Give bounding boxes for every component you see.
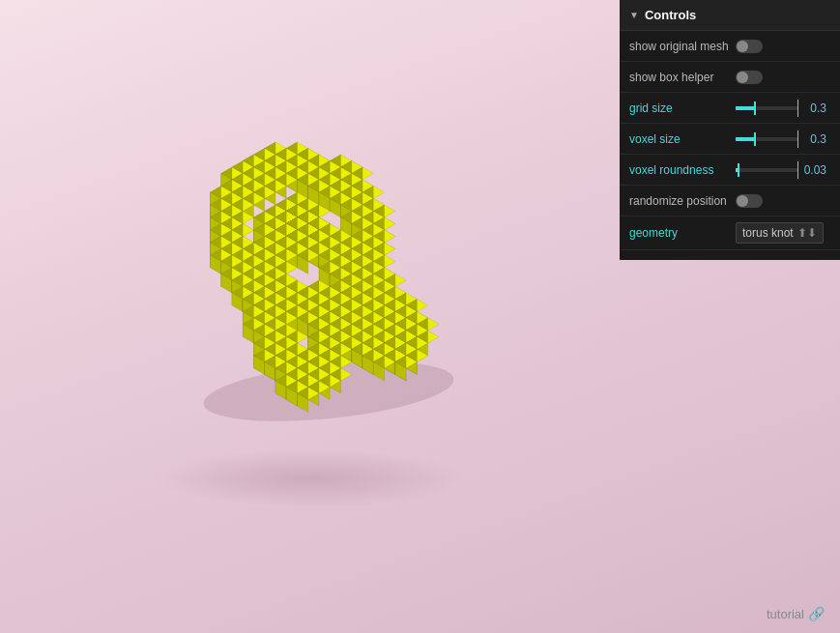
geometry-value: torus knot: [742, 226, 794, 240]
show-original-mesh-row: show original mesh: [620, 31, 840, 62]
tutorial-link[interactable]: tutorial 🔗: [767, 606, 825, 621]
voxel-size-value: 0.3: [797, 130, 830, 148]
controls-header: ▼ Controls: [620, 0, 840, 31]
grid-size-slider[interactable]: [736, 106, 797, 110]
controls-panel: ▼ Controls show original mesh show box h…: [620, 0, 840, 260]
show-box-helper-row: show box helper: [620, 62, 840, 93]
controls-chevron: ▼: [629, 10, 639, 20]
randomize-position-row: randomize position: [620, 186, 840, 216]
show-original-mesh-label: show original mesh: [629, 40, 736, 53]
grid-size-row: grid size 0.3: [620, 93, 840, 124]
voxel-scene[interactable]: [58, 58, 619, 599]
geometry-select[interactable]: torus knot ⬆⬇: [736, 222, 824, 244]
geometry-row: geometry torus knot ⬆⬇: [620, 216, 840, 250]
voxel-roundness-thumb: [738, 163, 739, 177]
show-original-mesh-toggle[interactable]: [736, 40, 763, 53]
voxel-size-label: voxel size: [629, 132, 736, 146]
voxel-size-slider-container: 0.3: [736, 130, 830, 148]
grid-size-thumb: [754, 101, 756, 115]
voxel-roundness-value: 0.03: [797, 161, 830, 179]
randomize-position-toggle[interactable]: [736, 194, 763, 208]
grid-size-fill: [736, 106, 754, 110]
voxel-roundness-label: voxel roundness: [629, 163, 736, 177]
voxel-roundness-row: voxel roundness 0.03: [620, 155, 840, 186]
link-icon: 🔗: [808, 606, 825, 621]
voxel-size-row: voxel size 0.3: [620, 124, 840, 155]
show-box-helper-label: show box helper: [629, 71, 736, 84]
controls-title: Controls: [645, 8, 696, 22]
geometry-dropdown-arrow: ⬆⬇: [797, 226, 817, 240]
grid-size-value: 0.3: [797, 100, 830, 117]
voxel-roundness-slider[interactable]: [736, 168, 797, 172]
voxel-roundness-slider-container: 0.03: [736, 161, 830, 179]
tutorial-label: tutorial: [767, 607, 804, 621]
geometry-label: geometry: [629, 226, 736, 240]
voxel-size-slider[interactable]: [736, 137, 797, 141]
voxel-size-fill: [736, 137, 754, 141]
show-box-helper-toggle[interactable]: [736, 71, 763, 84]
randomize-position-label: randomize position: [629, 194, 736, 208]
grid-size-slider-container: 0.3: [736, 100, 830, 117]
grid-size-label: grid size: [629, 101, 736, 115]
voxel-size-thumb: [754, 132, 756, 146]
